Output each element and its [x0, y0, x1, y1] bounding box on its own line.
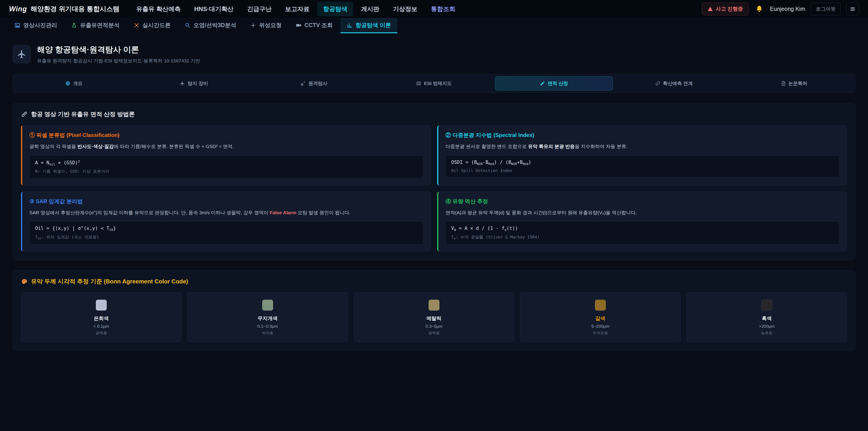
- plane-icon: [180, 81, 185, 86]
- tab-label: 탐지 장비: [188, 80, 208, 87]
- thickness-layer: 두꺼운층: [525, 331, 676, 336]
- false-alarm-label: False Alarm: [270, 210, 296, 215]
- section-tabs: 개요 탐지 장비 원격탐사 ESI 방제지도: [13, 74, 855, 93]
- thickness-range: < 0.1μm: [26, 324, 177, 329]
- method-card-title: ① 픽셀 분류법 (Pixel Classification): [29, 131, 423, 139]
- formula-comment: N: 기름 픽셀수, GSD: 지상 표본거리: [35, 168, 418, 174]
- brand[interactable]: Wing 해양환경 위기대응 통합시스템: [9, 4, 120, 13]
- subnav-item-realtime-drone[interactable]: 실시간드론: [127, 18, 177, 33]
- formula-comment: Tth: 최적 임계값 (국소 적응형): [35, 235, 418, 240]
- notification-bell-button[interactable]: [754, 4, 765, 14]
- sub-navbar: 영상사진관리 유출유면적분석 실시간드론 오염/선박3D분석 위성요청: [0, 18, 868, 33]
- menu-item-reports[interactable]: 보고자료: [279, 2, 315, 16]
- thickness-name: 은회색: [26, 315, 177, 322]
- formula: A = Noil × (GSD)2: [35, 160, 418, 166]
- method-card-volume-estimation: ④ 유량 역산 추정 면적(A)과 평균 유막 두께(d) 및 풍화 경과 시간…: [437, 192, 847, 251]
- thickness-card-metallic: 메탈릭 0.3~5μm 광택층: [354, 292, 514, 342]
- globe-icon: [65, 81, 70, 86]
- formula: OSDI = (BNIR-BRed) / (BNIR+BRed): [451, 160, 834, 166]
- satellite-icon: [250, 22, 256, 28]
- menu-item-integrated-search[interactable]: 통합조회: [425, 2, 461, 16]
- logo: Wing: [9, 5, 27, 13]
- formula: V0 = A × d / (1 - fe(t)): [451, 225, 834, 232]
- image-icon: [14, 22, 20, 28]
- subnav-item-label: 유출유면적분석: [80, 22, 120, 29]
- tab-label: 면적 산정: [548, 80, 568, 87]
- subnav-item-label: 위성요청: [259, 22, 282, 29]
- aerial-survey-icon: [17, 50, 26, 59]
- main-menu: 유출유 확산예측 HNS·대기확산 긴급구난 보고자료 항공탐색 게시판 기상정…: [130, 2, 461, 16]
- color-swatch: [761, 300, 772, 311]
- thickness-range: >200μm: [691, 324, 842, 329]
- subnav-item-cctv[interactable]: CCTV 조회: [289, 18, 339, 33]
- color-swatch: [96, 300, 107, 311]
- flask-icon: [71, 22, 77, 28]
- thickness-layer: 광택층: [359, 331, 509, 336]
- tab-esi-map[interactable]: ESI 방제지도: [375, 76, 493, 90]
- thickness-layer: 광택층: [26, 331, 177, 336]
- satellite-dish-icon: [301, 81, 306, 86]
- color-swatch: [262, 300, 273, 311]
- formula-block: OSDI = (BNIR-BRed) / (BNIR+BRed) Oil Spi…: [445, 155, 839, 177]
- color-swatch: [429, 300, 439, 311]
- method-card-title: ② 다중분광 지수법 (Spectral Index): [445, 131, 839, 139]
- tab-detection-equipment[interactable]: 탐지 장비: [135, 76, 253, 90]
- incident-status-badge[interactable]: 사고 진행중: [702, 2, 749, 16]
- tab-diffusion-link[interactable]: 확산예측 연계: [615, 76, 733, 90]
- hamburger-menu-button[interactable]: [846, 3, 859, 16]
- menu-item-hns[interactable]: HNS·대기확산: [188, 2, 239, 16]
- menu-item-oil-diffusion[interactable]: 유출유 확산예측: [130, 2, 187, 16]
- tab-label: 원격탐사: [308, 80, 327, 87]
- menu-item-board[interactable]: 게시판: [355, 2, 385, 16]
- tab-label: ESI 방제지도: [424, 80, 452, 87]
- palette-icon: [21, 278, 28, 285]
- page-icon: [13, 45, 31, 63]
- thickness-range: 0.3~5μm: [359, 324, 509, 329]
- subnav-item-satellite-request[interactable]: 위성요청: [244, 18, 288, 33]
- drone-icon: [133, 22, 140, 28]
- subnav-item-image-management[interactable]: 영상사진관리: [8, 18, 64, 33]
- thickness-card-brown: 갈색 5~200μm 두꺼운층: [520, 292, 681, 342]
- methods-section-title: 항공 영상 기반 유출유 면적 산정 방법론: [21, 110, 847, 118]
- incident-status-label: 사고 진행중: [716, 5, 743, 12]
- ruler-icon: [21, 111, 28, 118]
- method-card-spectral-index: ② 다중분광 지수법 (Spectral Index) 다중분광 센서로 촬영한…: [437, 125, 847, 185]
- menu-item-weather[interactable]: 기상정보: [387, 2, 423, 16]
- section-title-text: 항공 영상 기반 유출유 면적 산정 방법론: [31, 110, 135, 118]
- subnav-item-oil-area-analysis[interactable]: 유출유면적분석: [65, 18, 126, 33]
- map-icon: [416, 81, 421, 86]
- method-card-body: 면적(A)과 평균 유막 두께(d) 및 풍화 경과 시간(t)으로부터 원래 …: [445, 209, 839, 217]
- document-icon: [781, 81, 786, 86]
- page-header: 해양 항공탐색·원격탐사 이론 유출유 원격탐지·항공감시 기법·ESI 방제정…: [13, 44, 855, 64]
- thickness-name: 메탈릭: [359, 315, 509, 322]
- hamburger-icon: [849, 6, 856, 12]
- top-navbar: Wing 해양환경 위기대응 통합시스템 유출유 확산예측 HNS·대기확산 긴…: [0, 0, 868, 18]
- logout-button[interactable]: 로그아웃: [811, 3, 841, 16]
- method-card-pixel-classification: ① 픽셀 분류법 (Pixel Classification) 광학 영상의 각…: [21, 125, 431, 185]
- tab-label: 개요: [73, 80, 83, 87]
- app-title: 해양환경 위기대응 통합시스템: [31, 4, 119, 13]
- method-card-body: SAR 영상에서 후방산란계수(σ°)의 임계값 이하를 유막으로 판정합니다.…: [29, 209, 423, 217]
- tab-label: 확산예측 연계: [663, 80, 693, 87]
- page-title: 해양 항공탐색·원격탐사 이론: [37, 44, 200, 55]
- formula-comment: Oil Spill Detection Index: [451, 168, 834, 173]
- formula-comment: fe: 누적 증발률 (Stiver & Mackay 1984): [451, 235, 834, 240]
- subnav-item-pollution-3d[interactable]: 오염/선박3D분석: [178, 18, 243, 33]
- thickness-range: 5~200μm: [525, 324, 676, 329]
- method-card-title: ④ 유량 역산 추정: [445, 198, 839, 205]
- section-title-text: 유막 두께 시각적 추정 기준 (Bonn Agreement Color Co…: [31, 278, 188, 285]
- formula-block: V0 = A × d / (1 - fe(t)) fe: 누적 증발률 (Sti…: [445, 221, 839, 244]
- pencil-icon: [540, 81, 545, 86]
- tab-papers-patents[interactable]: 논문특허: [735, 76, 853, 90]
- navbar-right: 사고 진행중 Eunjeong Kim 로그아웃: [702, 2, 859, 16]
- tab-area-calculation[interactable]: 면적 산정: [495, 76, 613, 90]
- link-icon: [655, 81, 660, 86]
- page-subtitle: 유출유 원격탐지·항공감시 기법·ESI 방제정보지도·등록특허 10-1567…: [37, 58, 200, 64]
- chart-icon: [347, 22, 352, 28]
- subnav-item-label: CCTV 조회: [305, 22, 333, 29]
- menu-item-aerial-search[interactable]: 항공탐색: [317, 2, 353, 16]
- menu-item-rescue[interactable]: 긴급구난: [241, 2, 277, 16]
- tab-overview[interactable]: 개요: [15, 76, 133, 90]
- subnav-item-aerial-theory[interactable]: 항공탐색 이론: [340, 18, 397, 33]
- tab-remote-sensing[interactable]: 원격탐사: [255, 76, 373, 90]
